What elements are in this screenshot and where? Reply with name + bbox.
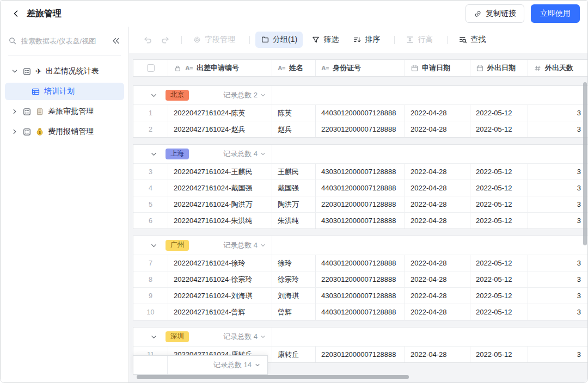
cell[interactable]: 朱洪纯	[272, 213, 316, 228]
cell[interactable]: 20220427161024-刘海琪	[168, 288, 272, 304]
cell[interactable]: 3	[528, 271, 587, 287]
cell[interactable]: 20220427161024-陶洪万	[168, 196, 272, 212]
table-row[interactable]: 120220427161024-陈英陈英44030120000071288882…	[133, 104, 587, 121]
cell[interactable]: 王麒民	[272, 164, 316, 180]
cell[interactable]: 3	[528, 196, 587, 212]
table-row[interactable]: 920220427161024-刘海琪刘海琪430301200000712888…	[133, 287, 587, 304]
chevron-down-icon[interactable]	[11, 67, 19, 75]
collapse-group-button[interactable]	[150, 150, 158, 158]
table-row[interactable]: 620220427161024-朱洪纯朱洪纯430301200000712888…	[133, 212, 587, 228]
cell[interactable]: 3	[528, 105, 587, 121]
cell[interactable]: 陈英	[272, 105, 316, 121]
column-header[interactable]: 外出日期	[470, 60, 528, 76]
cell[interactable]: 徐玲	[272, 255, 316, 271]
cell[interactable]: 2022-04-28	[405, 255, 470, 271]
group-count-dropdown[interactable]: 记录总数 4	[223, 149, 272, 159]
table-row[interactable]: 820220427161024-徐宗玲徐宗玲220301200000712888…	[133, 271, 587, 287]
cell[interactable]: 4303012000007128888	[316, 164, 405, 180]
cell[interactable]: 3	[528, 180, 587, 196]
cell[interactable]: 2022-05-12	[470, 164, 528, 180]
column-header[interactable]: A姓名	[272, 60, 316, 76]
search-input[interactable]	[21, 37, 107, 45]
cell[interactable]: 2022-05-12	[470, 255, 528, 271]
tree-item-view[interactable]: 培训计划	[5, 83, 124, 100]
cell[interactable]: 4303012000007128888	[316, 288, 405, 304]
table-row[interactable]: 420220427161024-戴国强戴国强440301200000712888…	[133, 180, 587, 196]
cell[interactable]: 2022-04-28	[405, 347, 470, 362]
cell[interactable]: 戴国强	[272, 180, 316, 196]
cell[interactable]: 2022-04-28	[405, 180, 470, 196]
table-row[interactable]: 520220427161024-陶洪万陶洪万220301200000712888…	[133, 196, 587, 212]
table-row[interactable]: 720220427161024-徐玲徐玲44030120000071288882…	[133, 255, 587, 271]
group-count-dropdown[interactable]: 记录总数 4	[223, 240, 272, 250]
cell[interactable]: 2022-05-12	[470, 288, 528, 304]
cell[interactable]: 2022-05-12	[470, 196, 528, 212]
cell[interactable]: 2022-04-28	[405, 105, 470, 121]
collapse-group-button[interactable]	[150, 91, 158, 100]
cell[interactable]: 3	[528, 213, 587, 228]
cell[interactable]: 4303012000007128888	[316, 213, 405, 228]
table-row[interactable]: 220220427161024-赵兵赵兵22030120000071288882…	[133, 121, 587, 137]
toolbar-button-group[interactable]: 分组(1)	[255, 32, 303, 48]
cell[interactable]: 2022-05-12	[470, 304, 528, 320]
cell[interactable]: 2022-05-12	[470, 105, 528, 121]
group-count-dropdown[interactable]: 记录总数 2	[223, 90, 272, 100]
cell[interactable]: 2022-05-12	[470, 213, 528, 228]
table-row[interactable]: 320220427161024-王麒民王麒民430301200000712888…	[133, 163, 587, 180]
cell[interactable]: 3	[528, 255, 587, 271]
column-header[interactable]: 外出天数	[528, 60, 587, 76]
group-count-dropdown[interactable]: 记录总数 4	[223, 332, 272, 342]
cell[interactable]: 2022-05-12	[470, 347, 528, 362]
collapse-sidebar-button[interactable]	[111, 36, 121, 46]
collapse-group-button[interactable]	[150, 333, 158, 341]
cell[interactable]: 20220427161024-徐宗玲	[168, 271, 272, 287]
cell[interactable]: 2022-05-12	[470, 271, 528, 287]
tree-item-table[interactable]: 差旅审批管理	[5, 103, 124, 120]
cell[interactable]: 2203012000007128888	[316, 347, 405, 362]
toolbar-button-find[interactable]: 查找	[453, 32, 491, 48]
copy-link-button[interactable]: 复制链接	[465, 4, 524, 23]
record-count-dropdown[interactable]: 记录总数 14	[168, 360, 267, 370]
cell[interactable]: 20220427161024-陈英	[168, 105, 272, 121]
cell[interactable]: 20220427161024-王麒民	[168, 164, 272, 180]
cell[interactable]: 康转丘	[272, 347, 316, 362]
cell[interactable]: 2203012000007128888	[316, 121, 405, 137]
cell[interactable]: 4403012000007128888	[316, 180, 405, 196]
column-header[interactable]: A出差申请编号	[168, 60, 272, 76]
cell[interactable]: 4403012000007128888	[316, 255, 405, 271]
toolbar-button-sort[interactable]: 排序	[347, 32, 385, 48]
cell[interactable]: 2022-04-28	[405, 121, 470, 137]
cell[interactable]: 徐宗玲	[272, 271, 316, 287]
toolbar-button-filter[interactable]: 筛选	[306, 32, 344, 48]
cell[interactable]: 2022-05-12	[470, 121, 528, 137]
select-all-checkbox[interactable]	[147, 64, 155, 72]
cell[interactable]: 赵兵	[272, 121, 316, 137]
cell[interactable]: 曾辉	[272, 304, 316, 320]
cell[interactable]: 4403012000007128888	[316, 304, 405, 320]
cell[interactable]: 2022-05-12	[470, 180, 528, 196]
use-now-button[interactable]: 立即使用	[531, 4, 580, 23]
cell[interactable]: 3	[528, 121, 587, 137]
cell[interactable]: 陶洪万	[272, 196, 316, 212]
cell[interactable]: 3	[528, 164, 587, 180]
cell[interactable]: 2022-04-28	[405, 271, 470, 287]
back-button[interactable]	[8, 6, 23, 21]
column-header[interactable]: A身份证号	[316, 60, 405, 76]
tree-item-table[interactable]: $费用报销管理	[5, 123, 124, 140]
cell[interactable]: 20220427161024-赵兵	[168, 121, 272, 137]
cell[interactable]: 20220427161024-徐玲	[168, 255, 272, 271]
cell[interactable]: 2022-04-28	[405, 213, 470, 228]
cell[interactable]: 2022-04-28	[405, 304, 470, 320]
cell[interactable]: 2022-04-28	[405, 164, 470, 180]
table-row[interactable]: 1020220427161024-曾辉曾辉4403012000007128888…	[133, 304, 587, 320]
chevron-right-icon[interactable]	[11, 128, 19, 135]
cell[interactable]: 2022-04-28	[405, 288, 470, 304]
cell[interactable]: 4403012000007128888	[316, 105, 405, 121]
cell[interactable]: 20220427161024-曾辉	[168, 304, 272, 320]
cell[interactable]: 刘海琪	[272, 288, 316, 304]
horizontal-scrollbar[interactable]	[137, 375, 409, 379]
tree-item-table[interactable]: ✈出差情况统计表	[5, 63, 124, 80]
cell[interactable]: 3	[528, 288, 587, 304]
cell[interactable]: 3	[528, 347, 587, 362]
cell[interactable]: 3	[528, 304, 587, 320]
